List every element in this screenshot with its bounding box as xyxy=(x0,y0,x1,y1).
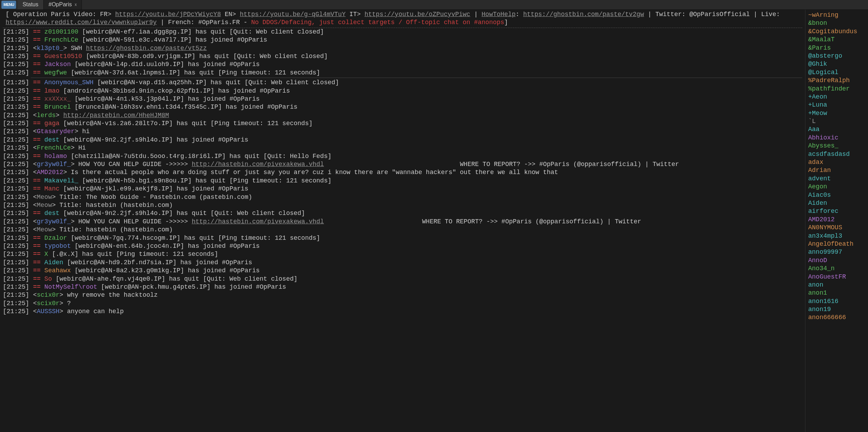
nick-list-item[interactable]: ~wArning xyxy=(808,11,865,19)
topic-link-en[interactable]: https://youtu.be/g-qGl4mVTuY xyxy=(240,11,346,18)
nick-list-item[interactable]: Abhioxic xyxy=(808,134,865,142)
nick-list-item[interactable]: +Luna xyxy=(808,101,865,109)
nick-list-item[interactable]: @Ghik xyxy=(808,60,865,68)
topic-link-help[interactable]: HowToHelp xyxy=(482,11,515,18)
nick[interactable]: dest xyxy=(44,136,59,143)
nick[interactable]: Seahawx xyxy=(44,267,71,274)
topic-link-reddit[interactable]: https://www.reddit.com/live/vwwnkuplwr9y xyxy=(6,19,157,26)
nick-list-item[interactable]: Adrian xyxy=(808,166,865,174)
nick-list-item[interactable]: AngelOfDeath xyxy=(808,240,865,248)
nick-list-item[interactable]: anon666666 xyxy=(808,314,865,322)
chat-line: [21:25] <Meow> Title: The Noob Guide - P… xyxy=(3,193,802,201)
system-marker: == xyxy=(33,87,44,94)
nick-list-item[interactable]: Aiden xyxy=(808,199,865,207)
topic-link-it[interactable]: https://youtu.be/oZPucyvPiwc xyxy=(364,11,470,18)
nick[interactable]: gr3yw0lf_ xyxy=(37,218,71,225)
nick[interactable]: Bruncel xyxy=(44,103,71,110)
nick[interactable]: Guest10510 xyxy=(44,53,82,60)
nick-list-item[interactable]: anon19 xyxy=(808,305,865,314)
nick[interactable]: lmao xyxy=(44,87,59,94)
system-message: [webirc@AN-8a2.k23.g0m1kg.IP] has joined… xyxy=(71,267,259,274)
menu-icon[interactable]: MENU xyxy=(1,1,16,9)
nick-list-item[interactable]: Aegon xyxy=(808,183,865,191)
message-text: why remove the hacktoolz xyxy=(63,291,158,298)
nick-list-item[interactable]: airforec xyxy=(808,207,865,215)
nick-list-item[interactable]: AMD2012 xyxy=(808,216,865,224)
nick-list-item[interactable]: AnnoD xyxy=(808,257,865,265)
nick-list-item[interactable]: AN0NYMOUS xyxy=(808,224,865,232)
nick-list-item[interactable]: AnoGuestFR xyxy=(808,273,865,281)
message-text: ? xyxy=(63,300,71,307)
nick[interactable]: gaga xyxy=(44,120,59,127)
nick-list-item[interactable]: %pathfinder xyxy=(808,85,865,93)
nick-list-item[interactable]: &bnon xyxy=(808,19,865,27)
nick[interactable]: Anonymous_SWH xyxy=(44,79,93,86)
nick[interactable]: Manc xyxy=(44,185,59,192)
nick-list-item[interactable]: Aaa xyxy=(808,125,865,134)
nick[interactable]: Jackson xyxy=(44,61,71,68)
nick-list-item[interactable]: an3x4mpl3 xyxy=(808,232,865,240)
nick[interactable]: Aiden xyxy=(44,259,63,266)
nick[interactable]: dest xyxy=(44,210,59,217)
message-text xyxy=(59,112,63,119)
message-text: WHERE TO REPORT? ->> #OpParis (@oppariso… xyxy=(324,218,641,225)
nick-list-item[interactable]: Ano34_n xyxy=(808,265,865,273)
nick[interactable]: z01001100 xyxy=(44,28,78,35)
system-marker: == xyxy=(33,210,44,217)
nick[interactable]: xxXXxx_ xyxy=(44,95,71,102)
chat-line: [21:25] == lmao [androirc@AN-3bibsd.9nin… xyxy=(3,87,802,95)
nick[interactable]: FrenchLCe xyxy=(37,144,71,151)
topic-link-fr[interactable]: https://youtu.be/jPDcYWiycY8 xyxy=(115,11,221,18)
nick-list-item[interactable]: anon xyxy=(808,281,865,289)
nick-list-item[interactable]: acsdfasdasd xyxy=(808,150,865,158)
nick[interactable]: holamo xyxy=(44,153,67,160)
nick[interactable]: typobot xyxy=(44,243,71,250)
nick[interactable]: Meow xyxy=(37,202,52,209)
nick[interactable]: kl3pt0_ xyxy=(37,45,63,52)
nick[interactable]: AUSSSH xyxy=(37,308,59,315)
nick-list-item[interactable]: +Meow xyxy=(808,109,865,117)
tab-status[interactable]: Status xyxy=(17,0,43,9)
nick[interactable]: scix0r xyxy=(37,291,59,298)
nick[interactable]: AMD2012 xyxy=(37,169,63,176)
nick[interactable]: NotMySelf\root xyxy=(44,283,97,290)
timestamp: [21:25] xyxy=(3,120,33,127)
tab-channel[interactable]: #OpParis x xyxy=(44,0,82,9)
nick-list-item[interactable]: anno99997 xyxy=(808,248,865,256)
timestamp: [21:25] xyxy=(3,53,33,60)
topic-link-ghostbin[interactable]: https://ghostbin.com/paste/tv2gw xyxy=(523,11,644,18)
message-link[interactable]: https://ghostbin.com/paste/vt5zz xyxy=(86,45,207,52)
message-link[interactable]: http://hastebin.com/pivexakewa.vhdl xyxy=(192,218,324,225)
nick-list-item[interactable]: advent xyxy=(808,175,865,183)
message-link[interactable]: http://pastebin.com/HheHJM8M xyxy=(63,112,169,119)
nick-list[interactable]: ~wArning&bnon&Cogitabundus&MaalaT&Paris@… xyxy=(805,10,868,432)
nick[interactable]: wegfwe xyxy=(44,69,67,76)
nick-list-item[interactable]: +Aeon xyxy=(808,93,865,101)
message-link[interactable]: http://hastebin.com/pivexakewa.vhdl xyxy=(192,161,324,168)
nick[interactable]: Gtasaryder xyxy=(37,128,74,135)
chat-line: [21:25] == Manc [webirc@AN-jkl.e99.aekjf… xyxy=(3,185,802,193)
nick-list-item[interactable]: @Logical xyxy=(808,69,865,77)
nick-list-item[interactable]: &MaalaT xyxy=(808,36,865,44)
nick[interactable]: Makaveli_ xyxy=(44,177,78,184)
nick-list-item[interactable]: &Paris xyxy=(808,44,865,52)
nick[interactable]: scix0r xyxy=(37,300,59,307)
nick-list-item[interactable]: @abstergo xyxy=(808,52,865,60)
nick[interactable]: FrenchLCe xyxy=(44,36,78,43)
nick-list-item[interactable]: anon1616 xyxy=(808,297,865,305)
nick[interactable]: X xyxy=(44,251,48,258)
nick-list-item[interactable]: anon1 xyxy=(808,289,865,297)
nick-list-item[interactable]: &Cogitabundus xyxy=(808,28,865,36)
nick-list-item[interactable]: adax xyxy=(808,158,865,166)
nick[interactable]: Dzalor xyxy=(44,235,67,242)
nick[interactable]: gr3yw0lf_ xyxy=(37,161,71,168)
nick-list-item[interactable]: `L xyxy=(808,117,865,125)
nick-list-item[interactable]: Aiac0s xyxy=(808,191,865,199)
nick-list-item[interactable]: Abysses_ xyxy=(808,142,865,150)
nick[interactable]: So xyxy=(44,275,52,282)
nick[interactable]: Meow xyxy=(37,194,52,201)
nick-list-item[interactable]: %PadreRalph xyxy=(808,77,865,85)
close-icon[interactable]: x xyxy=(74,2,77,8)
nick[interactable]: Meow xyxy=(37,226,52,233)
nick[interactable]: lerds xyxy=(37,112,56,119)
